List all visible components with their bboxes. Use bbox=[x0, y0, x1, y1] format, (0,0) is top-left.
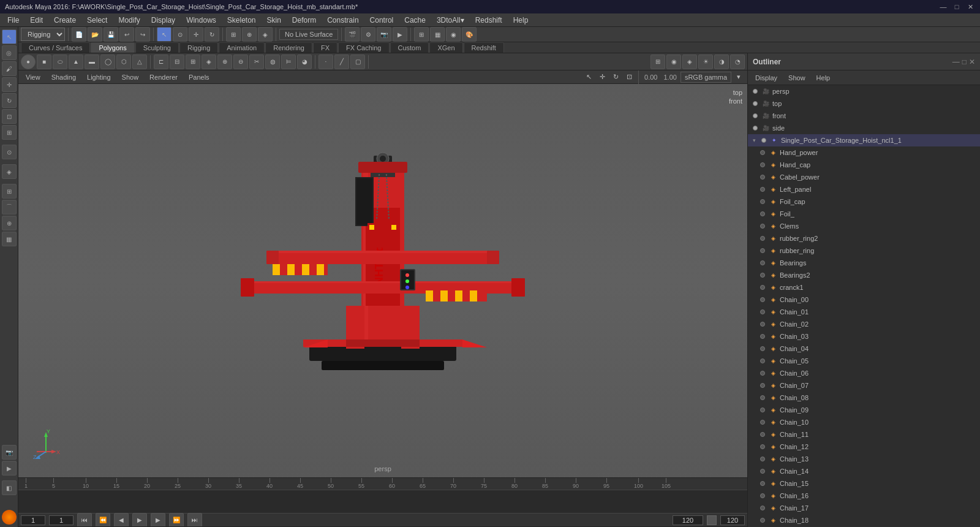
snap-grid[interactable]: ⊞ bbox=[2, 184, 17, 199]
outliner-item-chain-16[interactable]: ◈ Chain_16 bbox=[748, 490, 980, 502]
universal-manipulator[interactable]: ⊞ bbox=[2, 125, 17, 140]
display-tex-btn[interactable]: ◈ bbox=[682, 55, 697, 69]
menu-skin[interactable]: Skin bbox=[262, 15, 286, 26]
outliner-show-menu[interactable]: Show bbox=[783, 73, 810, 83]
torus-btn[interactable]: ◯ bbox=[100, 55, 115, 69]
start-frame-input[interactable] bbox=[21, 515, 45, 525]
scale-tool[interactable]: ⊡ bbox=[2, 109, 17, 124]
outliner-item-chain-11[interactable]: ◈ Chain_11 bbox=[748, 428, 980, 441]
connect-btn[interactable]: ⊕ bbox=[217, 55, 232, 69]
outliner-item-chain-01[interactable]: ◈ Chain_01 bbox=[748, 306, 980, 318]
extrude-btn[interactable]: ⊏ bbox=[154, 55, 168, 69]
vp-menu-renderer[interactable]: Renderer bbox=[145, 72, 183, 82]
edge-sel-btn[interactable]: ╱ bbox=[334, 55, 349, 69]
show-manipulator[interactable]: ◈ bbox=[2, 164, 17, 179]
render-btn[interactable]: 🎬 bbox=[345, 27, 360, 42]
menu-modify[interactable]: Modify bbox=[113, 15, 145, 26]
outliner-item-chain-15[interactable]: ◈ Chain_15 bbox=[748, 477, 980, 490]
outliner-item-chain-18[interactable]: ◈ Chain_18 bbox=[748, 514, 980, 526]
smooth-shade-btn[interactable]: ◉ bbox=[446, 27, 461, 42]
snap-surface[interactable]: ▦ bbox=[2, 232, 17, 246]
rotate-tool-tb[interactable]: ↻ bbox=[205, 27, 219, 42]
undo-btn[interactable]: ↩ bbox=[119, 27, 134, 42]
outliner-maximize[interactable]: □ bbox=[962, 58, 967, 66]
redo-btn[interactable]: ↪ bbox=[135, 27, 150, 42]
outliner-item-chain-07[interactable]: ◈ Chain_07 bbox=[748, 379, 980, 392]
menu-file[interactable]: File bbox=[2, 15, 24, 26]
display-wire-btn[interactable]: ⊞ bbox=[650, 55, 665, 69]
bevel-btn[interactable]: ◈ bbox=[202, 55, 216, 69]
tab-xgen[interactable]: XGen bbox=[429, 42, 462, 53]
prev-frame-btn[interactable]: ◀ bbox=[114, 513, 129, 528]
maya-icon[interactable] bbox=[2, 510, 17, 525]
mirror-btn[interactable]: ⊨ bbox=[281, 55, 296, 69]
cube-btn[interactable]: ■ bbox=[37, 55, 51, 69]
outliner-item-chain-00[interactable]: ◈ Chain_00 bbox=[748, 294, 980, 306]
vp-menu-view[interactable]: View bbox=[21, 72, 45, 82]
menu-display[interactable]: Display bbox=[146, 15, 180, 26]
vp-icon-scale[interactable]: ⊡ bbox=[623, 71, 635, 83]
outliner-item-left-panel[interactable]: ◈ Left_panel bbox=[748, 183, 980, 195]
new-scene-btn[interactable]: 📄 bbox=[72, 27, 86, 42]
display-shadow-btn[interactable]: ◑ bbox=[714, 55, 729, 69]
colorspace-dropdown[interactable]: ▾ bbox=[733, 71, 745, 83]
rotate-tool[interactable]: ↻ bbox=[2, 93, 17, 108]
outliner-item-top[interactable]: 🎥 top bbox=[748, 97, 980, 110]
outliner-item-chain-08[interactable]: ◈ Chain_08 bbox=[748, 392, 980, 404]
sphere-btn[interactable]: ● bbox=[21, 55, 36, 69]
cylinder-btn[interactable]: ⬭ bbox=[53, 55, 67, 69]
outliner-display-menu[interactable]: Display bbox=[750, 73, 782, 83]
outliner-item-rubber-ring2[interactable]: ◈ rubber_ring2 bbox=[748, 232, 980, 245]
cone-btn[interactable]: ▲ bbox=[69, 55, 83, 69]
outliner-close[interactable]: ✕ bbox=[969, 58, 975, 66]
tab-curves-surfaces[interactable]: Curves / Surfaces bbox=[21, 42, 90, 53]
outliner-item-persp[interactable]: 🎥 persp bbox=[748, 85, 980, 97]
colorspace-btn[interactable]: sRGB gamma bbox=[680, 72, 731, 83]
end-frame-input[interactable] bbox=[720, 515, 745, 525]
minimize-button[interactable]: — bbox=[938, 2, 948, 12]
go-start-btn[interactable]: ⏮ bbox=[77, 513, 92, 528]
grid-btn[interactable]: ⊞ bbox=[414, 27, 429, 42]
menu-3dtoall[interactable]: 3DtoAll▾ bbox=[432, 15, 469, 26]
snap-surf-tb[interactable]: ◈ bbox=[258, 27, 273, 42]
display-light-btn[interactable]: ☀ bbox=[698, 55, 713, 69]
tab-rigging[interactable]: Rigging bbox=[179, 42, 218, 53]
menu-windows[interactable]: Windows bbox=[181, 15, 221, 26]
cut-btn[interactable]: ✂ bbox=[249, 55, 264, 69]
outliner-item-chain-02[interactable]: ◈ Chain_02 bbox=[748, 318, 980, 330]
tab-custom[interactable]: Custom bbox=[390, 42, 429, 53]
menu-constrain[interactable]: Constrain bbox=[322, 15, 363, 26]
menu-select[interactable]: Select bbox=[82, 15, 112, 26]
outliner-minimize[interactable]: — bbox=[952, 58, 960, 66]
outliner-item-cabel-power[interactable]: ◈ Cabel_power bbox=[748, 171, 980, 183]
vp-menu-lighting[interactable]: Lighting bbox=[82, 72, 116, 82]
menu-skeleton[interactable]: Skeleton bbox=[222, 15, 261, 26]
boolean-btn[interactable]: ⊖ bbox=[233, 55, 248, 69]
outliner-item-chain-09[interactable]: ◈ Chain_09 bbox=[748, 404, 980, 416]
pyramid-btn[interactable]: △ bbox=[132, 55, 147, 69]
save-scene-btn[interactable]: 💾 bbox=[104, 27, 118, 42]
lasso-tool-tb[interactable]: ⊙ bbox=[173, 27, 187, 42]
outliner-item-hand-cap[interactable]: ◈ Hand_cap bbox=[748, 159, 980, 171]
open-scene-btn[interactable]: 📂 bbox=[88, 27, 102, 42]
tab-redshift[interactable]: Redshift bbox=[464, 42, 504, 53]
move-tool[interactable]: ✛ bbox=[2, 77, 17, 92]
menu-help[interactable]: Help bbox=[508, 15, 533, 26]
outliner-item-chain-05[interactable]: ◈ Chain_05 bbox=[748, 355, 980, 367]
tab-polygons[interactable]: Polygons bbox=[91, 42, 134, 53]
vp-icon-move[interactable]: ✛ bbox=[596, 71, 608, 83]
move-tool-tb[interactable]: ✛ bbox=[189, 27, 203, 42]
next-key-btn[interactable]: ⏩ bbox=[169, 513, 184, 528]
tab-animation[interactable]: Animation bbox=[219, 42, 265, 53]
lasso-tool[interactable]: ◎ bbox=[2, 45, 17, 60]
outliner-item-chain-17[interactable]: ◈ Chain_17 bbox=[748, 502, 980, 514]
snap-point[interactable]: ⊕ bbox=[2, 216, 17, 230]
outliner-root-node[interactable]: ▾ ✦ Single_Post_Car_Storage_Hoist_ncl1_1 bbox=[748, 134, 980, 146]
vtx-sel-btn[interactable]: · bbox=[318, 55, 333, 69]
outliner-item-bearings[interactable]: ◈ Bearings bbox=[748, 257, 980, 269]
display-ao-btn[interactable]: ◔ bbox=[730, 55, 745, 69]
next-frame-btn[interactable]: ▶ bbox=[151, 513, 165, 528]
paint-select-tool[interactable]: 🖌 bbox=[2, 61, 17, 76]
outliner-item-side[interactable]: 🎥 side bbox=[748, 122, 980, 134]
select-tool[interactable]: ↖ bbox=[2, 29, 17, 44]
